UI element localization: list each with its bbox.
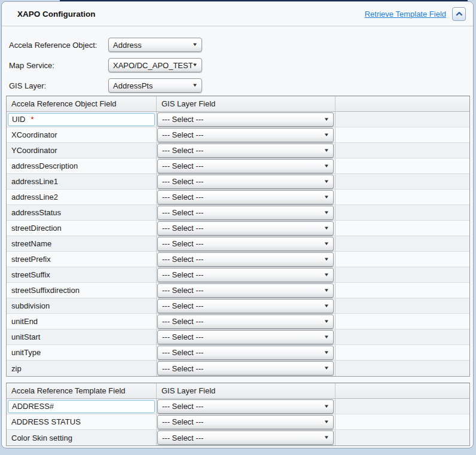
gis-layer-field-select[interactable]: --- Select ---▼ xyxy=(157,399,334,414)
empty-cell xyxy=(335,430,469,445)
selected-value: --- Select --- xyxy=(162,332,324,341)
gis-field-cell: --- Select ---▼ xyxy=(157,127,335,142)
accela-reference-object-select[interactable]: Address ▼ xyxy=(108,38,202,52)
template-field-mapping-table: Accela Reference Template Field GIS Laye… xyxy=(6,383,470,446)
field-name-input[interactable]: ADDRESS# xyxy=(8,400,155,413)
selected-value: --- Select --- xyxy=(162,224,324,233)
caret-down-icon: ▼ xyxy=(324,133,329,138)
gis-layer-field-select[interactable]: --- Select ---▼ xyxy=(157,252,334,267)
field-name-label: Color Skin setting xyxy=(8,431,155,444)
caret-down-icon: ▼ xyxy=(324,350,329,355)
reference-field-cell: unitEnd xyxy=(7,314,157,329)
table-row: unitStart--- Select ---▼ xyxy=(7,329,469,345)
selected-value: XAPO/DC_APO_TEST xyxy=(113,61,193,70)
gis-layer-field-select[interactable]: --- Select ---▼ xyxy=(157,128,334,142)
field-name-text: streetSuffix xyxy=(11,270,50,279)
empty-cell xyxy=(335,143,469,158)
gis-layer-field-select[interactable]: --- Select ---▼ xyxy=(157,159,334,173)
gis-layer-field-select[interactable]: --- Select ---▼ xyxy=(157,314,334,329)
table-row: unitEnd--- Select ---▼ xyxy=(7,314,469,329)
table-row: streetSuffixdirection--- Select ---▼ xyxy=(7,283,469,298)
caret-down-icon: ▼ xyxy=(324,226,329,231)
reference-field-cell: UID* xyxy=(7,112,157,127)
gis-layer-field-select[interactable]: --- Select ---▼ xyxy=(157,112,334,127)
reference-field-cell: ADDRESS STATUS xyxy=(7,414,157,429)
object-field-mapping-table: Accela Reference Object Field GIS Layer … xyxy=(6,96,470,377)
gis-layer-field-select[interactable]: --- Select ---▼ xyxy=(157,415,334,429)
retrieve-template-field-link[interactable]: Retrieve Template Field xyxy=(365,10,446,19)
gis-field-cell: --- Select ---▼ xyxy=(157,283,335,298)
field-name-text: unitStart xyxy=(11,332,40,341)
gis-layer-field-select[interactable]: --- Select ---▼ xyxy=(157,190,334,204)
gis-layer-select[interactable]: AddressPts ▼ xyxy=(108,78,202,93)
reference-field-cell: YCoordinator xyxy=(7,143,157,158)
reference-field-cell: unitType xyxy=(7,345,157,360)
gis-field-cell: --- Select ---▼ xyxy=(157,236,335,251)
gis-layer-field-select[interactable]: --- Select ---▼ xyxy=(157,346,334,360)
selected-value: --- Select --- xyxy=(162,317,324,326)
caret-down-icon: ▼ xyxy=(324,117,329,122)
reference-field-cell: addressLine1 xyxy=(7,174,157,189)
empty-cell xyxy=(335,361,469,376)
selected-value: --- Select --- xyxy=(162,364,324,373)
table-row: Color Skin setting--- Select ---▼ xyxy=(7,430,469,445)
field-name-label: unitType xyxy=(8,346,155,359)
gis-layer-label: GIS Layer: xyxy=(9,81,108,90)
table-row: unitType--- Select ---▼ xyxy=(7,345,469,361)
table-row: zip--- Select ---▼ xyxy=(7,361,469,376)
gis-layer-field-select[interactable]: --- Select ---▼ xyxy=(157,361,334,375)
field-name-text: streetDirection xyxy=(11,224,62,233)
gis-field-cell: --- Select ---▼ xyxy=(157,361,335,376)
empty-cell xyxy=(335,298,469,313)
config-form: Accela Reference Object: Address ▼ Map S… xyxy=(6,35,470,96)
map-service-select[interactable]: XAPO/DC_APO_TEST ▼ xyxy=(108,58,202,72)
table-row: addressStatus--- Select ---▼ xyxy=(7,205,469,221)
gis-layer-field-select[interactable]: --- Select ---▼ xyxy=(157,175,334,189)
selected-value: --- Select --- xyxy=(162,255,324,264)
caret-down-icon: ▼ xyxy=(324,195,329,200)
field-name-text: addressLine1 xyxy=(11,177,58,186)
collapse-button[interactable] xyxy=(452,7,466,21)
caret-down-icon: ▼ xyxy=(324,257,329,262)
table-row: UID*--- Select ---▼ xyxy=(7,112,469,127)
gis-layer-field-select[interactable]: --- Select ---▼ xyxy=(157,283,334,298)
gis-layer-field-select[interactable]: --- Select ---▼ xyxy=(157,299,334,313)
column-header-empty xyxy=(335,383,469,398)
gis-field-cell: --- Select ---▼ xyxy=(157,221,335,236)
gis-layer-field-select[interactable]: --- Select ---▼ xyxy=(157,143,334,158)
panel-header: XAPO Configuration Retrieve Template Fie… xyxy=(2,2,473,26)
gis-layer-field-select[interactable]: --- Select ---▼ xyxy=(157,221,334,236)
empty-cell xyxy=(335,252,469,267)
gis-layer-field-select[interactable]: --- Select ---▼ xyxy=(157,206,334,220)
gis-field-cell: --- Select ---▼ xyxy=(157,205,335,220)
field-name-text: subdivision xyxy=(11,301,50,310)
reference-field-cell: streetName xyxy=(7,236,157,251)
empty-cell xyxy=(335,205,469,220)
caret-down-icon: ▼ xyxy=(192,42,198,47)
field-name-label: streetDirection xyxy=(8,222,155,235)
gis-layer-field-select[interactable]: --- Select ---▼ xyxy=(157,268,334,282)
table-row: streetPrefix--- Select ---▼ xyxy=(7,252,469,267)
selected-value: --- Select --- xyxy=(162,146,324,155)
field-name-label: streetPrefix xyxy=(8,253,155,266)
gis-layer-field-select[interactable]: --- Select ---▼ xyxy=(157,330,334,344)
caret-down-icon: ▼ xyxy=(324,435,329,440)
field-name-text: streetName xyxy=(11,239,51,248)
field-name-input[interactable]: UID* xyxy=(8,113,155,126)
table-row: XCoordinator--- Select ---▼ xyxy=(7,127,469,143)
selected-value: --- Select --- xyxy=(162,402,324,411)
selected-value: --- Select --- xyxy=(162,348,324,357)
gis-layer-field-select[interactable]: --- Select ---▼ xyxy=(157,237,334,251)
field-name-label: addressStatus xyxy=(8,206,155,219)
empty-cell xyxy=(335,112,469,127)
gis-field-cell: --- Select ---▼ xyxy=(157,345,335,360)
caret-down-icon: ▼ xyxy=(324,242,329,246)
form-row-gis-layer: GIS Layer: AddressPts ▼ xyxy=(9,75,470,96)
field-name-text: zip xyxy=(11,364,22,373)
caret-down-icon: ▼ xyxy=(324,179,329,184)
column-header-gis-layer-field: GIS Layer Field xyxy=(157,96,335,111)
gis-layer-field-select[interactable]: --- Select ---▼ xyxy=(157,430,334,445)
selected-value: --- Select --- xyxy=(162,239,324,248)
field-name-label: streetSuffix xyxy=(8,268,155,282)
map-service-label: Map Service: xyxy=(9,61,108,70)
